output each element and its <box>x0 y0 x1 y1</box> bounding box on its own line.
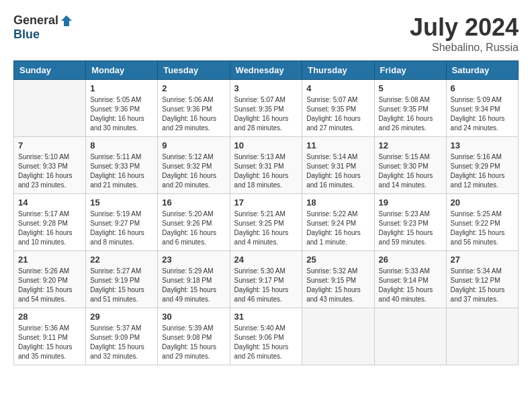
day-number: 7 <box>18 140 81 150</box>
day-info: Sunrise: 5:05 AM Sunset: 9:36 PM Dayligh… <box>90 95 153 133</box>
day-number: 12 <box>379 140 442 150</box>
calendar-cell: 30Sunrise: 5:39 AM Sunset: 9:08 PM Dayli… <box>158 308 230 365</box>
day-number: 17 <box>234 197 298 208</box>
calendar-cell: 27Sunrise: 5:34 AM Sunset: 9:12 PM Dayli… <box>446 251 518 308</box>
day-info: Sunrise: 5:36 AM Sunset: 9:11 PM Dayligh… <box>18 324 81 361</box>
calendar-week-row: 1Sunrise: 5:05 AM Sunset: 9:36 PM Daylig… <box>14 80 519 137</box>
day-info: Sunrise: 5:13 AM Sunset: 9:31 PM Dayligh… <box>234 152 298 190</box>
day-number: 28 <box>18 312 81 322</box>
day-info: Sunrise: 5:14 AM Sunset: 9:31 PM Dayligh… <box>306 152 369 190</box>
day-number: 1 <box>90 83 153 93</box>
calendar-cell: 15Sunrise: 5:19 AM Sunset: 9:27 PM Dayli… <box>86 194 158 251</box>
calendar-cell: 4Sunrise: 5:07 AM Sunset: 9:35 PM Daylig… <box>302 80 374 137</box>
day-number: 21 <box>18 255 81 265</box>
logo-blue: Blue <box>13 28 40 42</box>
calendar-header-saturday: Saturday <box>446 61 518 80</box>
day-info: Sunrise: 5:33 AM Sunset: 9:14 PM Dayligh… <box>379 267 442 304</box>
day-info: Sunrise: 5:16 AM Sunset: 9:29 PM Dayligh… <box>451 152 514 190</box>
day-info: Sunrise: 5:07 AM Sunset: 9:35 PM Dayligh… <box>306 95 369 133</box>
day-info: Sunrise: 5:27 AM Sunset: 9:19 PM Dayligh… <box>90 267 153 304</box>
calendar-header-tuesday: Tuesday <box>158 61 230 80</box>
calendar-cell: 1Sunrise: 5:05 AM Sunset: 9:36 PM Daylig… <box>86 80 158 137</box>
calendar-cell: 6Sunrise: 5:09 AM Sunset: 9:34 PM Daylig… <box>446 80 518 137</box>
day-number: 16 <box>162 197 225 208</box>
calendar-week-row: 14Sunrise: 5:17 AM Sunset: 9:28 PM Dayli… <box>14 194 519 251</box>
calendar-cell: 9Sunrise: 5:12 AM Sunset: 9:32 PM Daylig… <box>158 137 230 194</box>
calendar-header-monday: Monday <box>86 61 158 80</box>
calendar-cell: 19Sunrise: 5:23 AM Sunset: 9:23 PM Dayli… <box>374 194 446 251</box>
day-number: 10 <box>234 140 298 150</box>
calendar-cell: 8Sunrise: 5:11 AM Sunset: 9:33 PM Daylig… <box>86 137 158 194</box>
calendar-cell: 28Sunrise: 5:36 AM Sunset: 9:11 PM Dayli… <box>14 308 86 365</box>
day-info: Sunrise: 5:32 AM Sunset: 9:15 PM Dayligh… <box>306 267 369 304</box>
month-year-title: July 2024 <box>410 13 519 42</box>
day-number: 6 <box>451 83 514 93</box>
calendar-cell: 24Sunrise: 5:30 AM Sunset: 9:17 PM Dayli… <box>230 251 302 308</box>
day-number: 20 <box>451 197 514 208</box>
calendar-cell: 13Sunrise: 5:16 AM Sunset: 9:29 PM Dayli… <box>446 137 518 194</box>
location-subtitle: Shebalino, Russia <box>410 42 519 54</box>
day-number: 18 <box>306 197 369 208</box>
day-info: Sunrise: 5:21 AM Sunset: 9:25 PM Dayligh… <box>234 210 298 247</box>
calendar-cell: 7Sunrise: 5:10 AM Sunset: 9:33 PM Daylig… <box>14 137 86 194</box>
calendar-table: SundayMondayTuesdayWednesdayThursdayFrid… <box>13 60 519 365</box>
calendar-header-thursday: Thursday <box>302 61 374 80</box>
calendar-cell <box>14 80 86 137</box>
calendar-cell: 10Sunrise: 5:13 AM Sunset: 9:31 PM Dayli… <box>230 137 302 194</box>
day-info: Sunrise: 5:26 AM Sunset: 9:20 PM Dayligh… <box>18 267 81 304</box>
logo-general: General <box>13 13 58 28</box>
day-number: 4 <box>306 83 369 93</box>
day-number: 8 <box>90 140 153 150</box>
day-info: Sunrise: 5:12 AM Sunset: 9:32 PM Dayligh… <box>162 152 225 190</box>
day-number: 30 <box>162 312 225 322</box>
logo: General Blue <box>13 13 73 42</box>
calendar-week-row: 28Sunrise: 5:36 AM Sunset: 9:11 PM Dayli… <box>14 308 519 365</box>
calendar-cell: 16Sunrise: 5:20 AM Sunset: 9:26 PM Dayli… <box>158 194 230 251</box>
calendar-cell: 2Sunrise: 5:06 AM Sunset: 9:36 PM Daylig… <box>158 80 230 137</box>
day-info: Sunrise: 5:19 AM Sunset: 9:27 PM Dayligh… <box>90 210 153 247</box>
page-header: General Blue July 2024 Shebalino, Russia <box>13 13 519 54</box>
day-info: Sunrise: 5:30 AM Sunset: 9:17 PM Dayligh… <box>234 267 298 304</box>
day-info: Sunrise: 5:06 AM Sunset: 9:36 PM Dayligh… <box>162 95 225 133</box>
day-info: Sunrise: 5:37 AM Sunset: 9:09 PM Dayligh… <box>90 324 153 361</box>
calendar-cell: 17Sunrise: 5:21 AM Sunset: 9:25 PM Dayli… <box>230 194 302 251</box>
title-section: July 2024 Shebalino, Russia <box>410 13 519 54</box>
day-info: Sunrise: 5:23 AM Sunset: 9:23 PM Dayligh… <box>379 210 442 247</box>
day-number: 27 <box>451 255 514 265</box>
calendar-cell: 31Sunrise: 5:40 AM Sunset: 9:06 PM Dayli… <box>230 308 302 365</box>
day-info: Sunrise: 5:34 AM Sunset: 9:12 PM Dayligh… <box>451 267 514 304</box>
calendar-cell: 11Sunrise: 5:14 AM Sunset: 9:31 PM Dayli… <box>302 137 374 194</box>
day-number: 13 <box>451 140 514 150</box>
calendar-cell: 22Sunrise: 5:27 AM Sunset: 9:19 PM Dayli… <box>86 251 158 308</box>
calendar-cell: 3Sunrise: 5:07 AM Sunset: 9:35 PM Daylig… <box>230 80 302 137</box>
day-info: Sunrise: 5:39 AM Sunset: 9:08 PM Dayligh… <box>162 324 225 361</box>
day-number: 22 <box>90 255 153 265</box>
calendar-cell: 14Sunrise: 5:17 AM Sunset: 9:28 PM Dayli… <box>14 194 86 251</box>
day-info: Sunrise: 5:17 AM Sunset: 9:28 PM Dayligh… <box>18 210 81 247</box>
day-info: Sunrise: 5:40 AM Sunset: 9:06 PM Dayligh… <box>234 324 298 361</box>
day-number: 15 <box>90 197 153 208</box>
calendar-cell: 25Sunrise: 5:32 AM Sunset: 9:15 PM Dayli… <box>302 251 374 308</box>
day-info: Sunrise: 5:08 AM Sunset: 9:35 PM Dayligh… <box>379 95 442 133</box>
calendar-header-row: SundayMondayTuesdayWednesdayThursdayFrid… <box>14 61 519 80</box>
calendar-header-wednesday: Wednesday <box>230 61 302 80</box>
day-number: 19 <box>379 197 442 208</box>
day-info: Sunrise: 5:11 AM Sunset: 9:33 PM Dayligh… <box>90 152 153 190</box>
day-info: Sunrise: 5:07 AM Sunset: 9:35 PM Dayligh… <box>234 95 298 133</box>
calendar-week-row: 7Sunrise: 5:10 AM Sunset: 9:33 PM Daylig… <box>14 137 519 194</box>
day-number: 2 <box>162 83 225 93</box>
day-info: Sunrise: 5:25 AM Sunset: 9:22 PM Dayligh… <box>451 210 514 247</box>
day-number: 24 <box>234 255 298 265</box>
day-info: Sunrise: 5:29 AM Sunset: 9:18 PM Dayligh… <box>162 267 225 304</box>
day-info: Sunrise: 5:15 AM Sunset: 9:30 PM Dayligh… <box>379 152 442 190</box>
day-info: Sunrise: 5:20 AM Sunset: 9:26 PM Dayligh… <box>162 210 225 247</box>
day-info: Sunrise: 5:09 AM Sunset: 9:34 PM Dayligh… <box>451 95 514 133</box>
calendar-cell: 20Sunrise: 5:25 AM Sunset: 9:22 PM Dayli… <box>446 194 518 251</box>
calendar-cell: 21Sunrise: 5:26 AM Sunset: 9:20 PM Dayli… <box>14 251 86 308</box>
day-info: Sunrise: 5:22 AM Sunset: 9:24 PM Dayligh… <box>306 210 369 247</box>
logo-icon <box>60 14 73 28</box>
calendar-cell: 5Sunrise: 5:08 AM Sunset: 9:35 PM Daylig… <box>374 80 446 137</box>
calendar-cell: 12Sunrise: 5:15 AM Sunset: 9:30 PM Dayli… <box>374 137 446 194</box>
day-number: 14 <box>18 197 81 208</box>
day-number: 11 <box>306 140 369 150</box>
